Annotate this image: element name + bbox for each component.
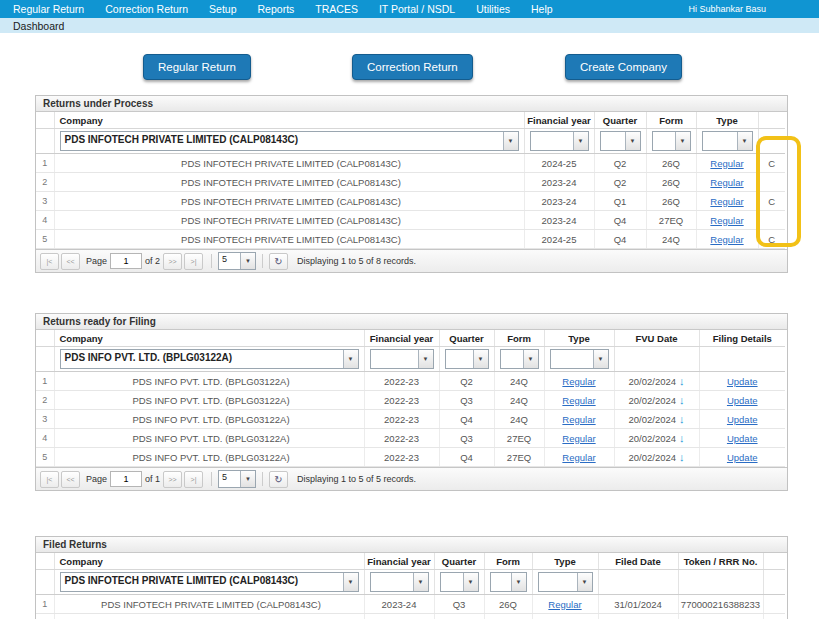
create-company-button[interactable]: Create Company: [565, 54, 682, 80]
filter-row: PDS INFO PVT. LTD. (BPLG03122A) ▼ ▼ ▼ ▼ …: [36, 347, 785, 372]
panel-returns-under-process: Returns under Process Company Financial …: [35, 95, 788, 273]
page-number-input[interactable]: [110, 471, 142, 487]
chevron-down-icon: ▼: [413, 573, 428, 591]
panel-title-returns-ready-for-filing: Returns ready for Filing: [36, 314, 787, 330]
cell-correction-flag: [758, 173, 785, 192]
financial-year-filter-select[interactable]: ▼: [370, 349, 434, 369]
pager-last-button[interactable]: >|: [184, 471, 203, 488]
regular-type-link[interactable]: Regular: [710, 234, 743, 245]
nav-help[interactable]: Help: [531, 3, 553, 15]
pager-next-button[interactable]: >>: [163, 471, 182, 488]
download-fvu-icon[interactable]: ↓: [679, 451, 685, 463]
regular-type-link[interactable]: Regular: [710, 177, 743, 188]
quarter-filter-select[interactable]: ▼: [440, 572, 479, 592]
table-row: 3 PDS INFOTECH PRIVATE LIMITED (CALP0814…: [36, 192, 785, 211]
type-filter-select[interactable]: ▼: [702, 131, 753, 151]
regular-type-link[interactable]: Regular: [562, 433, 595, 444]
correction-return-button[interactable]: Correction Return: [352, 54, 473, 80]
regular-type-link[interactable]: Regular: [710, 158, 743, 169]
type-filter-select[interactable]: ▼: [550, 349, 609, 369]
download-fvu-icon[interactable]: ↓: [679, 413, 685, 425]
refresh-button[interactable]: ↻: [269, 471, 288, 488]
nav-utilities[interactable]: Utilities: [476, 3, 510, 15]
cell-company: PDS INFO PVT. LTD. (BPLG03122A): [54, 410, 364, 429]
download-fvu-icon[interactable]: ↓: [679, 432, 685, 444]
nav-setup[interactable]: Setup: [209, 3, 236, 15]
cell-company: PDS INFO PVT. LTD. (BPLG03122A): [54, 429, 364, 448]
fvu-date: 20/02/2024: [628, 414, 676, 425]
col-header-form: Form: [484, 553, 532, 570]
cell-company: PDS INFOTECH PRIVATE LIMITED (CALP08143C…: [54, 614, 364, 619]
table-row: 1 PDS INFOTECH PRIVATE LIMITED (CALP0814…: [36, 595, 785, 614]
quarter-filter-select[interactable]: ▼: [445, 349, 489, 369]
nav-correction-return[interactable]: Correction Return: [105, 3, 188, 15]
page-number-input[interactable]: [110, 253, 142, 269]
regular-type-link[interactable]: Regular: [562, 452, 595, 463]
chevron-down-icon: ▼: [343, 573, 358, 591]
pager-first-button[interactable]: |<: [40, 471, 59, 488]
fvu-date: 20/02/2024: [628, 433, 676, 444]
page-label: Page: [86, 474, 107, 484]
pager-prev-button[interactable]: <<: [61, 253, 80, 270]
form-filter-select[interactable]: ▼: [500, 349, 539, 369]
regular-type-link[interactable]: Regular: [710, 215, 743, 226]
filter-row: PDS INFOTECH PRIVATE LIMITED (CALP08143C…: [36, 570, 785, 595]
pager: |< << Page of 1 >> >| 5▼ ↻ Displaying 1 …: [36, 467, 787, 490]
col-header-quarter: Quarter: [594, 112, 646, 129]
regular-type-link[interactable]: Regular: [710, 196, 743, 207]
cell-company: PDS INFOTECH PRIVATE LIMITED (CALP08143C…: [54, 230, 524, 249]
regular-return-button[interactable]: Regular Return: [143, 54, 251, 80]
chevron-down-icon: ▼: [418, 350, 433, 368]
chevron-down-icon: ▼: [240, 253, 255, 269]
fvu-date: 20/02/2024: [628, 452, 676, 463]
financial-year-filter-select[interactable]: ▼: [530, 131, 589, 151]
financial-year-filter-select[interactable]: ▼: [370, 572, 429, 592]
form-filter-select[interactable]: ▼: [652, 131, 691, 151]
panel-filed-returns: Filed Returns Company Financial year Qua…: [35, 536, 788, 619]
breadcrumb-dashboard: Dashboard: [13, 20, 64, 32]
cell-company: PDS INFOTECH PRIVATE LIMITED (CALP08143C…: [54, 173, 524, 192]
col-header-type: Type: [696, 112, 758, 129]
pager-last-button[interactable]: >|: [184, 253, 203, 270]
regular-type-link[interactable]: Regular: [548, 599, 581, 610]
update-link[interactable]: Update: [727, 395, 758, 406]
page-count-label: of 2: [145, 256, 160, 266]
pager-status: Displaying 1 to 5 of 5 records.: [297, 474, 416, 484]
pager-first-button[interactable]: |<: [40, 253, 59, 270]
table-row: 5 PDS INFO PVT. LTD. (BPLG03122A) 2022-2…: [36, 448, 785, 467]
company-filter-select[interactable]: PDS INFO PVT. LTD. (BPLG03122A) ▼: [60, 349, 359, 369]
update-link[interactable]: Update: [727, 452, 758, 463]
type-filter-select[interactable]: ▼: [538, 572, 593, 592]
pager-next-button[interactable]: >>: [163, 253, 182, 270]
update-link[interactable]: Update: [727, 414, 758, 425]
page-size-select[interactable]: 5▼: [218, 252, 256, 270]
regular-type-link[interactable]: Regular: [562, 395, 595, 406]
cell-company: PDS INFOTECH PRIVATE LIMITED (CALP08143C…: [54, 154, 524, 173]
cell-correction-flag: C: [758, 154, 785, 173]
update-link[interactable]: Update: [727, 433, 758, 444]
pager-prev-button[interactable]: <<: [61, 471, 80, 488]
col-header-financial-year: Financial year: [364, 553, 434, 570]
quarter-filter-select[interactable]: ▼: [600, 131, 641, 151]
nav-traces[interactable]: TRACES: [315, 3, 358, 15]
nav-regular-return[interactable]: Regular Return: [13, 3, 84, 15]
update-link[interactable]: Update: [727, 376, 758, 387]
regular-type-link[interactable]: Regular: [562, 414, 595, 425]
col-header-type: Type: [544, 330, 614, 347]
nav-it-portal-nsdl[interactable]: IT Portal / NSDL: [379, 3, 455, 15]
fvu-date: 20/02/2024: [628, 376, 676, 387]
download-fvu-icon[interactable]: ↓: [679, 394, 685, 406]
regular-type-link[interactable]: Regular: [562, 376, 595, 387]
chevron-down-icon: ▼: [511, 573, 526, 591]
chevron-down-icon: ▼: [343, 350, 358, 368]
page-size-select[interactable]: 5▼: [218, 470, 256, 488]
company-filter-select[interactable]: PDS INFOTECH PRIVATE LIMITED (CALP08143C…: [60, 572, 359, 592]
company-filter-select[interactable]: PDS INFOTECH PRIVATE LIMITED (CALP08143C…: [60, 131, 519, 151]
table-row: 1 PDS INFO PVT. LTD. (BPLG03122A) 2022-2…: [36, 372, 785, 391]
form-filter-select[interactable]: ▼: [490, 572, 527, 592]
page-label: Page: [86, 256, 107, 266]
cell-correction-flag: C: [758, 192, 785, 211]
refresh-button[interactable]: ↻: [269, 253, 288, 270]
download-fvu-icon[interactable]: ↓: [679, 375, 685, 387]
nav-reports[interactable]: Reports: [258, 3, 295, 15]
